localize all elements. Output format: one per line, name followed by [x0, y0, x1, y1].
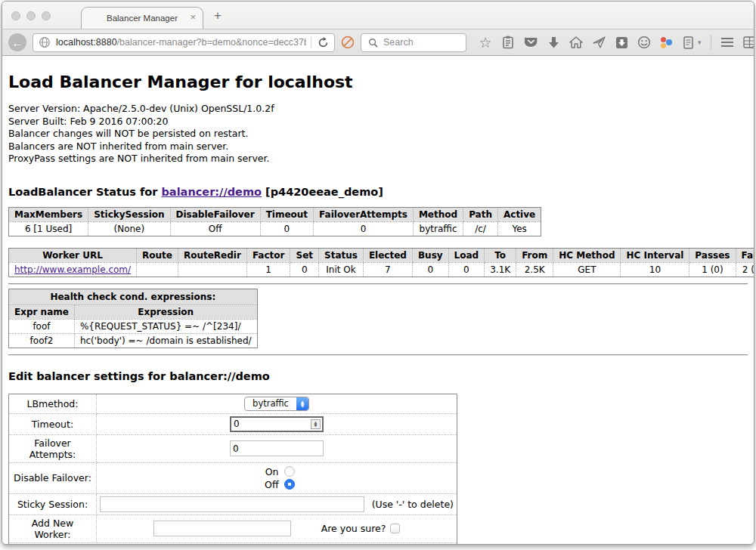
- cell-maxmembers: 6 [1 Used]: [9, 221, 88, 236]
- cell-worker-url: http://www.example.com/: [9, 262, 137, 277]
- sticky-session-input[interactable]: [100, 496, 364, 512]
- col-method: Method: [413, 207, 463, 221]
- table-header-row: Worker URL Route RouteRedir Factor Set S…: [9, 248, 754, 262]
- clipboard-icon[interactable]: [501, 35, 515, 50]
- window-minimize-button[interactable]: [26, 11, 36, 20]
- failover-attempts-input[interactable]: [231, 443, 323, 454]
- col-active: Active: [497, 207, 541, 221]
- cell-expression: %{REQUEST_STATUS} =~ /^[234]/: [74, 319, 257, 333]
- col-to: To: [485, 248, 516, 262]
- proxypass-notice-line: ProxyPass settings are NOT inherited fro…: [8, 153, 748, 165]
- search-box[interactable]: [361, 33, 466, 52]
- cell-elected: 7: [363, 262, 412, 277]
- col-passes: Passes: [689, 248, 736, 262]
- browser-window: Balancer Manager × + ← localhost:8880/ba…: [2, 1, 754, 545]
- menu-hamburger-icon[interactable]: [720, 35, 734, 50]
- col-fails: Fails: [736, 248, 754, 262]
- col-elected: Elected: [363, 248, 412, 262]
- form-row-sticky-session: Sticky Session: (Use '-' to delete): [9, 493, 457, 514]
- pocket-icon[interactable]: [524, 35, 538, 50]
- form-row-lbmethod: LBmethod: bytraffic ▲▼: [9, 394, 457, 413]
- cell-passes: 1 (0): [689, 262, 736, 277]
- lbmethod-select[interactable]: bytraffic ▲▼: [244, 397, 309, 411]
- blocked-icon[interactable]: [341, 35, 355, 50]
- cell-stickysession: (None): [88, 221, 170, 236]
- toolbar-separator: [711, 35, 711, 50]
- number-spinner-icon[interactable]: ▲▼: [311, 419, 321, 429]
- reload-icon[interactable]: [316, 35, 330, 50]
- table-row: http://www.example.com/ 1 0 Init Ok 7 0 …: [9, 262, 754, 277]
- table-row: foof %{REQUEST_STATUS} =~ /^[234]/: [9, 319, 258, 333]
- back-button[interactable]: ←: [8, 33, 26, 51]
- tab-grid-icon[interactable]: [743, 35, 754, 50]
- sticky-session-note: (Use '-' to delete): [372, 499, 454, 510]
- select-stepper-icon: ▲▼: [296, 397, 308, 410]
- failover-on-option: On: [100, 465, 454, 478]
- table-row: foof2 hc('body') =~ /domain is establish…: [9, 333, 258, 348]
- urlbar-divider: [311, 36, 311, 48]
- search-input[interactable]: [383, 37, 461, 48]
- worker-url-link[interactable]: http://www.example.com/: [14, 264, 131, 275]
- window-close-button[interactable]: [11, 11, 20, 20]
- divider: [8, 354, 748, 356]
- new-tab-button[interactable]: +: [214, 8, 222, 23]
- col-from: From: [516, 248, 553, 262]
- col-worker-url: Worker URL: [9, 248, 137, 262]
- cell-hc-method: GET: [553, 262, 621, 277]
- col-failoverattempts: FailoverAttempts: [314, 207, 414, 221]
- tab-close-icon[interactable]: ×: [190, 12, 196, 23]
- balancer-demo-link[interactable]: balancer://demo: [161, 186, 262, 198]
- col-expression: Expression: [74, 304, 257, 319]
- confirm-label: Are you sure?: [321, 523, 386, 534]
- server-info: Server Version: Apache/2.5.0-dev (Unix) …: [8, 103, 748, 165]
- edit-balancer-form: LBmethod: bytraffic ▲▼ Timeout: ▲▼: [8, 394, 457, 545]
- server-version-line: Server Version: Apache/2.5.0-dev (Unix) …: [8, 103, 748, 116]
- failover-off-radio[interactable]: [284, 479, 295, 490]
- disable-failover-label: Disable Failover:: [9, 462, 97, 493]
- add-worker-input[interactable]: [153, 521, 291, 536]
- cell-expr-name: foof2: [9, 333, 75, 348]
- col-hc-method: HC Method: [553, 248, 621, 262]
- divider: [8, 283, 748, 285]
- cell-method: bytraffic: [413, 221, 463, 236]
- cell-route: [137, 262, 178, 277]
- page-content: Load Balancer Manager for localhost Serv…: [2, 56, 754, 544]
- download-arrow-icon[interactable]: [547, 35, 560, 50]
- back-arrow-icon: ←: [12, 37, 23, 48]
- loadbalancer-status-heading: LoadBalancer Status for balancer://demo …: [8, 186, 748, 198]
- col-busy: Busy: [412, 248, 448, 262]
- tab-title: Balancer Manager: [107, 14, 178, 23]
- notes-icon[interactable]: [681, 35, 695, 50]
- url-bar[interactable]: localhost:8880/balancer-manager?b=demo&n…: [33, 33, 335, 52]
- dropdown-caret-icon[interactable]: ▾: [698, 39, 702, 46]
- confirm-checkbox[interactable]: [390, 524, 400, 533]
- colored-dots-icon[interactable]: [660, 36, 672, 48]
- bookmark-star-icon[interactable]: ☆: [479, 35, 492, 50]
- timeout-input[interactable]: [231, 419, 311, 429]
- browser-tab[interactable]: Balancer Manager ×: [81, 7, 203, 29]
- form-row-disable-failover: Disable Failover: On Off: [9, 462, 457, 493]
- navigation-toolbar: ← localhost:8880/balancer-manager?b=demo…: [2, 29, 754, 56]
- failover-on-radio[interactable]: [284, 466, 295, 477]
- form-row-failover-attempts: Failover Attempts:: [9, 434, 457, 462]
- window-titlebar: Balancer Manager × +: [2, 2, 754, 29]
- home-icon[interactable]: [569, 35, 583, 50]
- send-plane-icon[interactable]: [592, 35, 606, 50]
- toolbar-buttons: ☆ ▾: [479, 35, 754, 50]
- search-icon: [366, 35, 380, 50]
- cell-timeout: 0: [260, 221, 313, 236]
- cell-active: Yes: [497, 221, 541, 236]
- add-worker-label: Add New Worker:: [9, 514, 97, 542]
- health-table-title: Health check cond. expressions:: [9, 289, 258, 304]
- download-box-icon[interactable]: [615, 35, 628, 50]
- cell-busy: 0: [412, 262, 448, 277]
- window-zoom-button[interactable]: [42, 11, 51, 20]
- col-disablefailover: DisableFailover: [170, 207, 260, 221]
- globe-icon: [38, 35, 51, 50]
- traffic-lights: [11, 11, 51, 20]
- on-label: On: [259, 465, 279, 478]
- cell-routeredir: [178, 262, 246, 277]
- cell-load: 0: [448, 262, 485, 277]
- smiley-icon[interactable]: [637, 35, 651, 50]
- col-maxmembers: MaxMembers: [9, 207, 88, 221]
